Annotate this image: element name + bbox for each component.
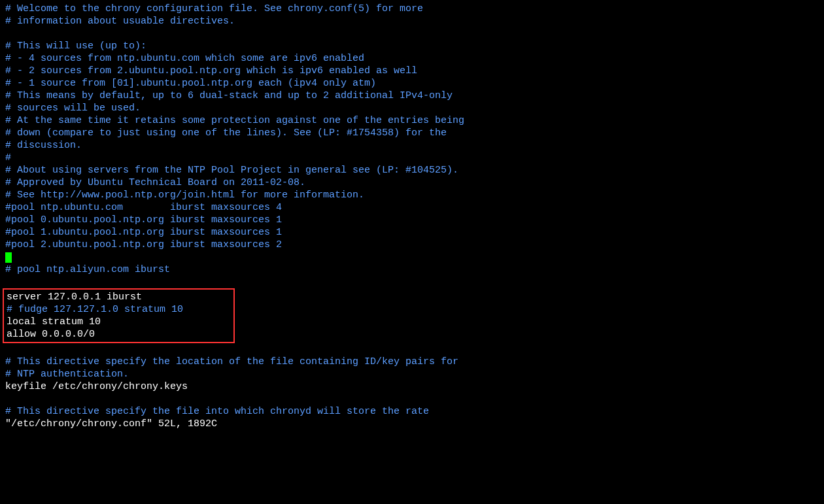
code-line: server 127.0.0.1 iburst bbox=[7, 291, 231, 303]
code-line: #pool 0.ubuntu.pool.ntp.org iburst maxso… bbox=[5, 214, 819, 226]
code-line: # This means by default, up to 6 dual-st… bbox=[5, 90, 819, 102]
code-line: #pool 1.ubuntu.pool.ntp.org iburst maxso… bbox=[5, 226, 819, 239]
code-line bbox=[5, 27, 819, 40]
code-line: keyfile /etc/chrony/chrony.keys bbox=[5, 380, 819, 393]
code-line: # This will use (up to): bbox=[5, 40, 819, 52]
highlighted-region: server 127.0.0.1 iburst# fudge 127.127.1… bbox=[3, 288, 235, 343]
code-line: # NTP authentication. bbox=[5, 368, 819, 380]
code-line: local stratum 10 bbox=[7, 316, 231, 328]
code-line bbox=[5, 276, 819, 288]
code-line: # bbox=[5, 152, 819, 164]
code-line: # This directive specify the file into w… bbox=[5, 405, 819, 418]
cursor bbox=[5, 252, 12, 263]
code-line: #pool 2.ubuntu.pool.ntp.org iburst maxso… bbox=[5, 239, 819, 251]
file-content-before: # Welcome to the chrony configuration fi… bbox=[5, 3, 819, 288]
code-line: # - 4 sources from ntp.ubuntu.com which … bbox=[5, 52, 819, 65]
code-line: # down (compare to just using one of the… bbox=[5, 127, 819, 139]
code-line: # Welcome to the chrony configuration fi… bbox=[5, 3, 819, 15]
code-line: # Approved by Ubuntu Technical Board on … bbox=[5, 176, 819, 189]
file-content-after: # This directive specify the location of… bbox=[5, 343, 819, 418]
vim-status-line: "/etc/chrony/chrony.conf" 52L, 1892C bbox=[5, 418, 819, 430]
code-line: allow 0.0.0.0/0 bbox=[7, 328, 231, 341]
code-line bbox=[5, 343, 819, 356]
code-line bbox=[5, 251, 819, 263]
code-line: #pool ntp.ubuntu.com iburst maxsources 4 bbox=[5, 201, 819, 214]
code-line: # fudge 127.127.1.0 stratum 10 bbox=[7, 303, 231, 316]
code-line: # sources will be used. bbox=[5, 102, 819, 114]
code-line: # discussion. bbox=[5, 139, 819, 152]
code-line: # About using servers from the NTP Pool … bbox=[5, 164, 819, 176]
code-line: # This directive specify the location of… bbox=[5, 356, 819, 368]
code-line bbox=[5, 393, 819, 405]
code-line: # information about usuable directives. bbox=[5, 15, 819, 27]
code-line: # - 2 sources from 2.ubuntu.pool.ntp.org… bbox=[5, 65, 819, 77]
code-line: # - 1 source from [01].ubuntu.pool.ntp.o… bbox=[5, 77, 819, 90]
code-line: # At the same time it retains some prote… bbox=[5, 114, 819, 127]
code-line: # pool ntp.aliyun.com iburst bbox=[5, 263, 819, 276]
terminal-editor[interactable]: # Welcome to the chrony configuration fi… bbox=[5, 3, 819, 430]
code-line: # See http://www.pool.ntp.org/join.html … bbox=[5, 189, 819, 201]
